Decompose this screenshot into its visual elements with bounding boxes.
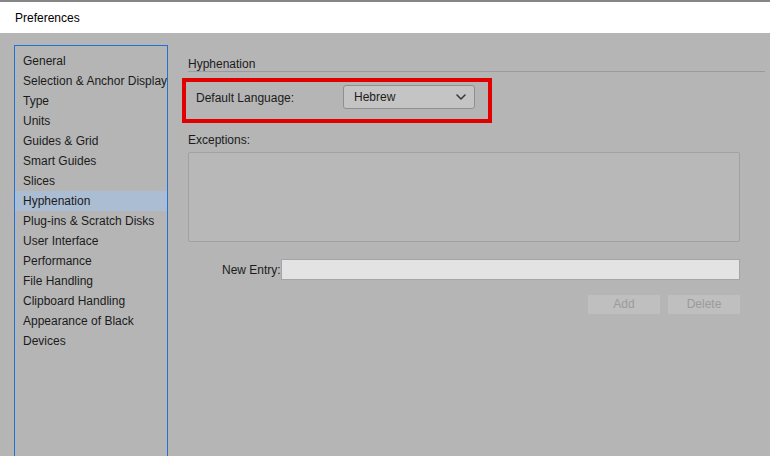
sidebar-item-hyphenation[interactable]: Hyphenation [15, 191, 167, 211]
exceptions-listbox[interactable] [188, 152, 740, 242]
sidebar-item-general[interactable]: General [15, 51, 167, 71]
dialog-title: Preferences [15, 11, 80, 25]
sidebar-item-units[interactable]: Units [15, 111, 167, 131]
chevron-down-icon [455, 91, 467, 103]
add-button[interactable]: Add [588, 295, 660, 314]
default-language-label: Default Language: [196, 91, 294, 105]
sidebar-item-clipboard-handling[interactable]: Clipboard Handling [15, 291, 167, 311]
sidebar-item-appearance-of-black[interactable]: Appearance of Black [15, 311, 167, 331]
sidebar-item-type[interactable]: Type [15, 91, 167, 111]
panel-title-separator [188, 71, 765, 72]
panel-title: Hyphenation [188, 57, 255, 71]
sidebar-item-user-interface[interactable]: User Interface [15, 231, 167, 251]
new-entry-input[interactable] [281, 259, 740, 280]
sidebar-item-smart-guides[interactable]: Smart Guides [15, 151, 167, 171]
sidebar-item-devices[interactable]: Devices [15, 331, 167, 351]
sidebar-item-plugins-scratch-disks[interactable]: Plug-ins & Scratch Disks [15, 211, 167, 231]
sidebar-item-file-handling[interactable]: File Handling [15, 271, 167, 291]
delete-button[interactable]: Delete [668, 295, 740, 314]
sidebar-item-slices[interactable]: Slices [15, 171, 167, 191]
sidebar-item-selection-anchor-display[interactable]: Selection & Anchor Display [15, 71, 167, 91]
dialog-titlebar: Preferences [0, 0, 770, 33]
exceptions-label: Exceptions: [188, 133, 250, 147]
preferences-dialog-body: General Selection & Anchor Display Type … [0, 33, 770, 456]
sidebar-item-guides-grid[interactable]: Guides & Grid [15, 131, 167, 151]
sidebar-item-performance[interactable]: Performance [15, 251, 167, 271]
default-language-value: Hebrew [354, 90, 395, 104]
new-entry-label: New Entry: [222, 263, 281, 277]
preferences-category-list: General Selection & Anchor Display Type … [14, 45, 168, 456]
default-language-dropdown[interactable]: Hebrew [343, 85, 475, 109]
